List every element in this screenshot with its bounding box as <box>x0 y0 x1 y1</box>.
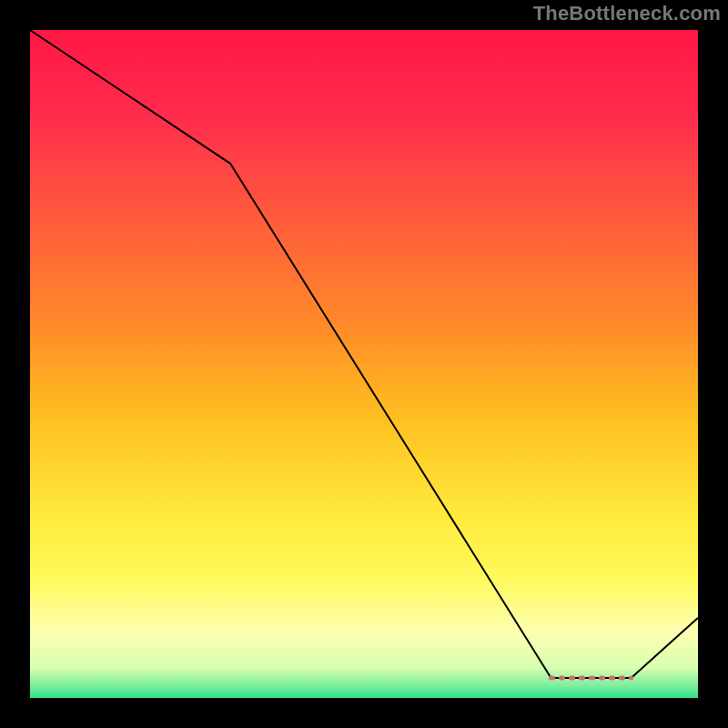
bottleneck-chart <box>0 0 728 728</box>
chart-container: TheBottleneck.com <box>0 0 728 728</box>
chart-background <box>30 30 698 698</box>
